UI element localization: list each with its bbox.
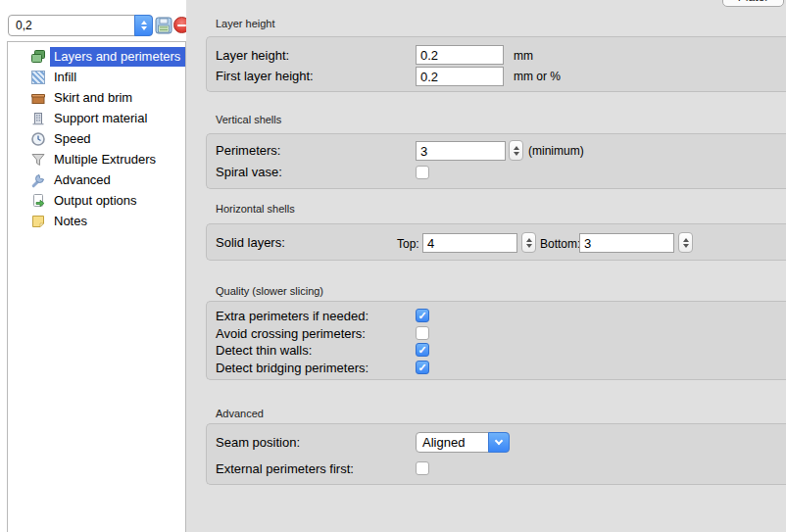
field-label: Detect thin walls:	[216, 343, 312, 358]
minimum-note: (minimum)	[528, 144, 584, 158]
minus-icon	[177, 24, 186, 26]
section-title-layer-height: Layer height	[216, 18, 275, 29]
preset-combobox[interactable]	[8, 15, 153, 36]
detect-thin-walls-checkbox[interactable]	[416, 343, 429, 357]
building-icon	[29, 111, 46, 126]
seam-position-select[interactable]: Aligned	[416, 432, 510, 453]
external-perimeters-first-checkbox[interactable]	[416, 461, 429, 475]
perimeters-stepper[interactable]	[509, 140, 523, 161]
stepper-down-icon	[514, 152, 519, 156]
extra-perimeters-checkbox[interactable]	[416, 309, 429, 322]
top-label: Top:	[397, 237, 419, 251]
field-label: Perimeters:	[216, 143, 280, 158]
field-label: Avoid crossing perimeters:	[216, 326, 366, 341]
sidebar-item-advanced[interactable]: Advanced	[8, 169, 185, 190]
stepper-down-icon	[683, 244, 689, 248]
chevron-down-icon	[141, 26, 147, 30]
page-arrow-icon	[29, 193, 46, 209]
sidebar-item-speed[interactable]: Speed	[8, 128, 185, 149]
layer-height-input[interactable]	[416, 45, 504, 65]
field-label: External perimeters first:	[216, 461, 354, 476]
infill-icon	[29, 70, 46, 85]
note-icon	[29, 214, 46, 229]
field-label: Seam position:	[216, 435, 300, 450]
sidebar-item-label: Skirt and brim	[50, 88, 137, 108]
settings-panel: Plater Layer height Layer height: mm Fir…	[186, 0, 786, 532]
sidebar-item-notes[interactable]: Notes	[8, 211, 185, 231]
sidebar-item-infill[interactable]: Infill	[8, 67, 185, 87]
solid-layers-top-stepper[interactable]	[521, 232, 536, 253]
sidebar-item-label: Layers and perimeters	[50, 47, 185, 67]
solid-layers-bottom-input[interactable]	[579, 233, 674, 253]
first-layer-height-input[interactable]	[416, 67, 504, 86]
sidebar-item-label: Multiple Extruders	[50, 150, 161, 169]
sidebar-item-output-options[interactable]: Output options	[8, 190, 185, 211]
field-label: Layer height:	[216, 48, 289, 63]
chevron-up-icon	[141, 21, 147, 24]
save-preset-button[interactable]	[155, 17, 172, 34]
chevron-down-icon	[495, 437, 503, 445]
section-title-advanced: Advanced	[216, 408, 264, 419]
avoid-crossing-perimeters-checkbox[interactable]	[416, 326, 429, 340]
sidebar-item-label: Output options	[50, 191, 142, 211]
sidebar-item-label: Infill	[50, 68, 81, 87]
section-title-horizontal-shells: Horizontal shells	[216, 203, 295, 215]
sidebar-item-layers-and-perimeters[interactable]: Layers and perimeters	[8, 46, 185, 67]
field-label: Extra perimeters if needed:	[216, 309, 368, 323]
stepper-up-icon	[514, 146, 519, 150]
solid-layers-top-input[interactable]	[422, 233, 517, 253]
field-label: Solid layers:	[216, 235, 285, 250]
detect-bridging-perimeters-checkbox[interactable]	[416, 361, 429, 374]
stepper-up-icon	[526, 238, 532, 242]
section-title-vertical-shells: Vertical shells	[216, 114, 281, 125]
funnel-icon	[29, 152, 46, 168]
sidebar-item-label: Advanced	[50, 170, 116, 190]
select-cap	[488, 432, 510, 453]
unit-label: mm or %	[514, 70, 561, 83]
sidebar-item-multiple-extruders[interactable]: Multiple Extruders	[8, 149, 185, 169]
stepper-down-icon	[526, 244, 532, 248]
sidebar-item-support-material[interactable]: Support material	[8, 108, 185, 128]
top-right-partial-button[interactable]: Plater	[722, 0, 784, 7]
perimeters-input[interactable]	[416, 141, 506, 161]
partial-button-label: Plater	[723, 0, 783, 4]
field-label: Spiral vase:	[216, 165, 282, 179]
print-settings-window: Layers and perimeters Infill Skirt and b…	[0, 0, 786, 532]
preset-input[interactable]	[11, 17, 130, 34]
wrench-icon	[29, 172, 46, 188]
field-label: Detect bridging perimeters:	[216, 361, 368, 375]
layers-icon	[29, 49, 46, 65]
spiral-vase-checkbox[interactable]	[416, 166, 429, 179]
sidebar-item-label: Notes	[50, 212, 92, 231]
box-icon	[29, 90, 46, 106]
floppy-disk-icon	[155, 17, 172, 34]
field-label: First layer height:	[216, 69, 314, 83]
sidebar-item-label: Support material	[50, 109, 152, 128]
preset-stepper[interactable]	[134, 15, 153, 36]
solid-layers-bottom-stepper[interactable]	[678, 232, 693, 253]
sidebar-item-label: Speed	[50, 129, 96, 149]
stepper-up-icon	[683, 238, 689, 242]
section-title-quality: Quality (slower slicing)	[216, 285, 323, 297]
bottom-label: Bottom:	[540, 237, 580, 251]
sidebar-item-skirt-and-brim[interactable]: Skirt and brim	[8, 87, 185, 108]
settings-category-list: Layers and perimeters Infill Skirt and b…	[7, 41, 186, 532]
seam-position-value: Aligned	[422, 435, 465, 450]
sidebar-panel: Layers and perimeters Infill Skirt and b…	[0, 0, 186, 532]
clock-icon	[29, 131, 46, 147]
unit-label: mm	[514, 49, 533, 63]
